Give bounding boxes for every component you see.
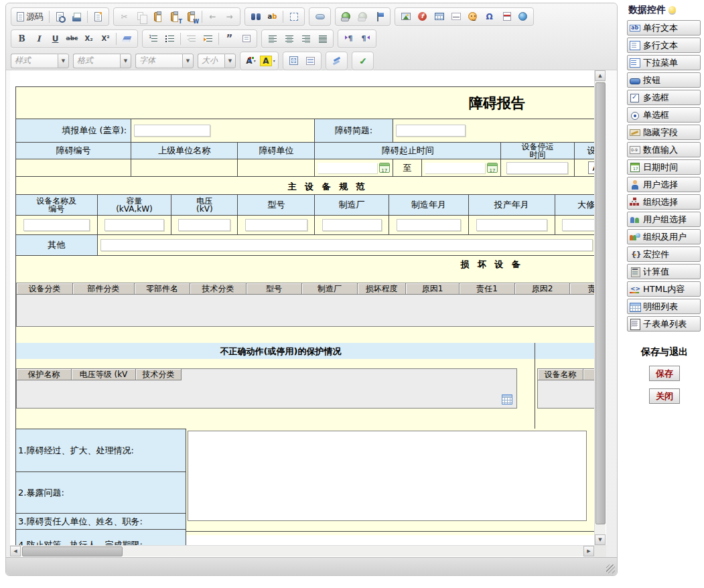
control-user-group-select[interactable]: 用户组选择 bbox=[627, 212, 701, 227]
accept-icon[interactable]: ✓ bbox=[354, 53, 371, 69]
end-date-calendar-icon[interactable]: 17 bbox=[487, 163, 498, 173]
question-answer-textarea[interactable] bbox=[188, 431, 587, 521]
spec-mfg-date-input[interactable] bbox=[397, 219, 461, 231]
parent-unit-cell[interactable] bbox=[131, 159, 238, 177]
cut-icon[interactable]: ✂ bbox=[116, 9, 133, 25]
control-dropdown-menu[interactable]: 下拉菜单 bbox=[627, 55, 701, 70]
obstacle-unit-cell[interactable] bbox=[238, 159, 315, 177]
spec-commission-date-input[interactable] bbox=[476, 219, 547, 231]
vertical-scroll-thumb[interactable] bbox=[595, 82, 606, 524]
text-direction-ltr-icon[interactable]: ¶ bbox=[340, 31, 357, 47]
spec-name-input[interactable] bbox=[23, 219, 90, 231]
form-widget-icon[interactable] bbox=[311, 9, 328, 25]
superscript-icon[interactable]: X² bbox=[97, 31, 114, 47]
find-icon[interactable] bbox=[247, 9, 264, 25]
link-icon[interactable] bbox=[338, 9, 354, 25]
indent-icon[interactable] bbox=[200, 31, 216, 47]
unlink-icon[interactable] bbox=[354, 9, 371, 25]
maximize-icon[interactable] bbox=[285, 53, 302, 69]
close-button[interactable]: 关闭 bbox=[649, 388, 680, 404]
control-checkbox[interactable]: 多选框 bbox=[627, 90, 701, 105]
outage-time-input[interactable] bbox=[506, 162, 568, 174]
protection-grid[interactable]: 保护名称 电压等级 (kV 技术分类 bbox=[16, 368, 517, 409]
brief-title-input[interactable] bbox=[396, 125, 466, 137]
text-color-icon[interactable]: A▾ bbox=[242, 53, 259, 69]
text-direction-rtl-icon[interactable]: ¶ bbox=[357, 31, 374, 47]
source-button[interactable]: 源码 bbox=[13, 9, 47, 25]
spec-model-input[interactable] bbox=[245, 219, 307, 231]
scroll-up-icon[interactable]: ▲ bbox=[595, 70, 606, 81]
horizontal-scroll-thumb[interactable] bbox=[22, 546, 123, 557]
control-button[interactable]: 按钮 bbox=[627, 72, 701, 88]
italic-icon[interactable]: I bbox=[30, 31, 47, 47]
paste-text-icon[interactable]: T bbox=[166, 9, 183, 25]
page-break-icon[interactable] bbox=[498, 9, 514, 25]
format-combo[interactable]: 格式 ▼ bbox=[73, 54, 131, 68]
horizontal-rule-icon[interactable] bbox=[447, 9, 464, 25]
anchor-icon[interactable] bbox=[371, 9, 388, 25]
format-combo-arrow-icon[interactable]: ▼ bbox=[120, 54, 131, 68]
spec-overhaul-date-input[interactable] bbox=[562, 219, 594, 231]
subscript-icon[interactable]: X₂ bbox=[80, 31, 97, 47]
vertical-scrollbar[interactable]: ▲ ▼ bbox=[594, 70, 606, 545]
font-combo[interactable]: 字体 ▼ bbox=[135, 54, 194, 68]
damaged-grid[interactable]: 设备分类 部件分类 零部件名 技术分类 型号 制造厂 损坏程度 原因1 责任1 … bbox=[16, 283, 594, 327]
underline-icon[interactable]: U bbox=[47, 31, 64, 47]
other-input[interactable] bbox=[100, 239, 593, 251]
control-org-select[interactable]: 组织选择 bbox=[627, 194, 701, 210]
special-char-icon[interactable]: Ω bbox=[481, 9, 498, 25]
protection-grid-handle-icon[interactable] bbox=[502, 394, 512, 405]
scroll-down-icon[interactable]: ▼ bbox=[595, 534, 606, 545]
paste-icon[interactable] bbox=[149, 9, 166, 25]
background-color-icon[interactable]: A▾ bbox=[259, 53, 276, 69]
resize-grip-icon[interactable] bbox=[606, 565, 615, 573]
div-container-icon[interactable] bbox=[238, 31, 255, 47]
control-calculated-value[interactable]: 计算值 bbox=[627, 264, 701, 279]
select-all-icon[interactable] bbox=[285, 9, 302, 25]
outdent-icon[interactable] bbox=[183, 31, 200, 47]
numbered-list-icon[interactable] bbox=[145, 31, 161, 47]
templates-icon[interactable] bbox=[90, 9, 107, 25]
control-single-line-text[interactable]: 单行文本 bbox=[627, 20, 701, 35]
control-hidden-field[interactable]: 隐藏字段 bbox=[627, 125, 701, 140]
control-macro[interactable]: 宏控件 bbox=[627, 246, 701, 262]
smiley-icon[interactable] bbox=[464, 9, 481, 25]
image-icon[interactable] bbox=[397, 9, 414, 25]
obstacle-no-cell[interactable] bbox=[16, 159, 131, 177]
control-radio[interactable]: 单选框 bbox=[627, 107, 701, 123]
control-html-content[interactable]: HTML内容 bbox=[627, 281, 701, 297]
control-subform-list[interactable]: 子表单列表 bbox=[627, 316, 701, 332]
copy-icon[interactable] bbox=[133, 9, 149, 25]
styles-combo[interactable]: 样式 ▼ bbox=[11, 54, 69, 68]
form-canvas[interactable]: 障碍报告 填报单位 (盖章): 障碍简题: 填 bbox=[10, 70, 594, 545]
blockquote-icon[interactable]: ” bbox=[221, 31, 238, 47]
start-date-calendar-icon[interactable]: 17 bbox=[379, 163, 390, 173]
control-user-select[interactable]: 用户选择 bbox=[627, 177, 701, 192]
format-brush-icon[interactable] bbox=[328, 53, 345, 69]
size-combo[interactable]: 大小 ▼ bbox=[198, 54, 236, 68]
flash-icon[interactable]: f bbox=[414, 9, 431, 25]
strikethrough-icon[interactable]: abc bbox=[64, 31, 80, 47]
scroll-right-icon[interactable]: ▶ bbox=[583, 546, 594, 557]
align-left-icon[interactable] bbox=[264, 31, 281, 47]
start-date-input[interactable] bbox=[318, 163, 376, 173]
end-date-input[interactable] bbox=[425, 163, 485, 173]
control-org-and-users[interactable]: 组织及用户 bbox=[627, 229, 701, 244]
iframe-icon[interactable] bbox=[514, 9, 531, 25]
save-button[interactable]: 保存 bbox=[649, 366, 680, 381]
replace-icon[interactable]: ab bbox=[264, 9, 281, 25]
scroll-left-icon[interactable]: ◀ bbox=[10, 546, 21, 557]
fill-unit-input[interactable] bbox=[134, 125, 210, 137]
control-multi-line-text[interactable]: 多行文本 bbox=[627, 38, 701, 53]
device-name-grid[interactable]: 设备名称 bbox=[537, 368, 594, 409]
table-icon[interactable] bbox=[431, 9, 447, 25]
bold-icon[interactable]: B bbox=[13, 31, 30, 47]
align-justify-icon[interactable] bbox=[314, 31, 331, 47]
control-datetime[interactable]: 日期时间 bbox=[627, 159, 701, 175]
styles-combo-arrow-icon[interactable]: ▼ bbox=[58, 54, 69, 68]
undo-icon[interactable]: ← bbox=[204, 9, 221, 25]
font-combo-arrow-icon[interactable]: ▼ bbox=[182, 54, 194, 68]
print-icon[interactable] bbox=[68, 9, 85, 25]
control-numeric-input[interactable]: 数值输入 bbox=[627, 142, 701, 157]
size-combo-arrow-icon[interactable]: ▼ bbox=[224, 54, 236, 68]
